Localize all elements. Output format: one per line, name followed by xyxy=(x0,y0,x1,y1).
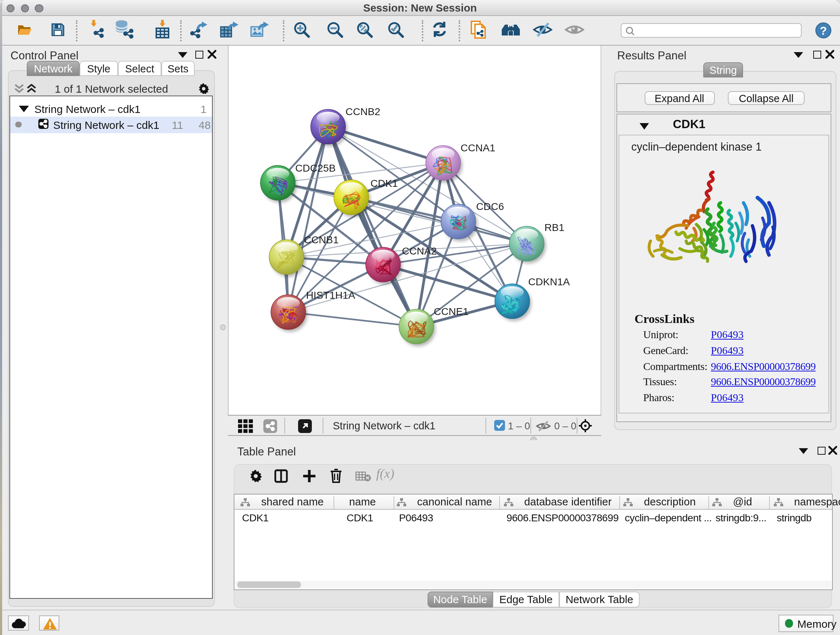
svg-text:RB1: RB1 xyxy=(545,222,564,233)
svg-text:CDC6: CDC6 xyxy=(476,201,504,212)
svg-text:CCNB1: CCNB1 xyxy=(304,234,339,245)
svg-text:CCNA2: CCNA2 xyxy=(402,245,437,257)
svg-text:CDC25B: CDC25B xyxy=(295,162,336,174)
svg-text:HIST1H1A: HIST1H1A xyxy=(306,289,355,301)
svg-text:CCNE1: CCNE1 xyxy=(434,306,469,317)
svg-text:CCNA1: CCNA1 xyxy=(461,142,495,154)
svg-text:CDKN1A: CDKN1A xyxy=(528,276,570,287)
svg-text:CDK1: CDK1 xyxy=(370,177,398,189)
svg-text:CCNB2: CCNB2 xyxy=(346,106,380,117)
